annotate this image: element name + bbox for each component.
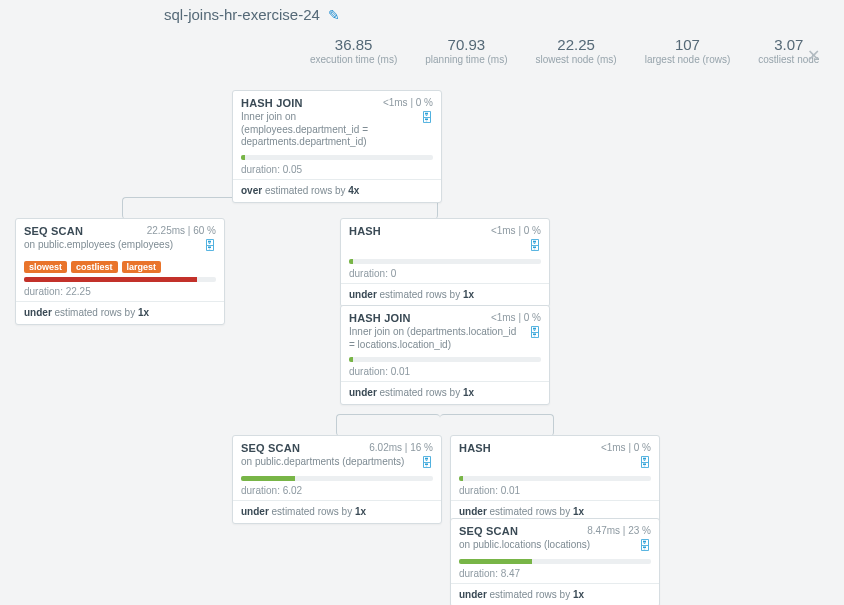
plan-node-hash-1[interactable]: HASH <1ms | 0 % 🗄 duration: 0 under esti… (340, 218, 550, 307)
row-estimate: under estimated rows by 1x (233, 501, 441, 523)
duration-bar (459, 559, 532, 564)
row-estimate: under estimated rows by 1x (341, 284, 549, 306)
plan-canvas: HASH JOIN <1ms | 0 % Inner join on (empl… (0, 0, 844, 605)
row-estimate: under estimated rows by 1x (16, 302, 224, 324)
badge-largest: largest (122, 261, 162, 273)
row-estimate: over estimated rows by 4x (233, 180, 441, 202)
plan-node-seq-scan-departments[interactable]: SEQ SCAN 6.02ms | 16 % on public.departm… (232, 435, 442, 524)
duration-bar (459, 476, 463, 481)
duration-bar (24, 277, 197, 282)
plan-node-hash-join-2[interactable]: HASH JOIN <1ms | 0 % Inner join on (depa… (340, 305, 550, 405)
database-icon: 🗄 (529, 239, 541, 253)
duration-bar (349, 357, 353, 362)
database-icon: 🗄 (639, 456, 651, 470)
database-icon: 🗄 (204, 239, 216, 253)
row-estimate: under estimated rows by 1x (341, 382, 549, 404)
database-icon: 🗄 (529, 326, 541, 340)
plan-node-seq-scan-locations[interactable]: SEQ SCAN 8.47ms | 23 % on public.locatio… (450, 518, 660, 605)
database-icon: 🗄 (421, 111, 433, 125)
badge-slowest: slowest (24, 261, 67, 273)
database-icon: 🗄 (421, 456, 433, 470)
plan-node-hash-join-root[interactable]: HASH JOIN <1ms | 0 % Inner join on (empl… (232, 90, 442, 203)
row-estimate: under estimated rows by 1x (451, 584, 659, 605)
plan-node-hash-2[interactable]: HASH <1ms | 0 % 🗄 duration: 0.01 under e… (450, 435, 660, 524)
plan-node-seq-scan-employees[interactable]: SEQ SCAN 22.25ms | 60 % on public.employ… (15, 218, 225, 325)
database-icon: 🗄 (639, 539, 651, 553)
duration-bar (349, 259, 353, 264)
duration-bar (241, 476, 295, 481)
badge-costliest: costliest (71, 261, 118, 273)
duration-bar (241, 155, 245, 160)
